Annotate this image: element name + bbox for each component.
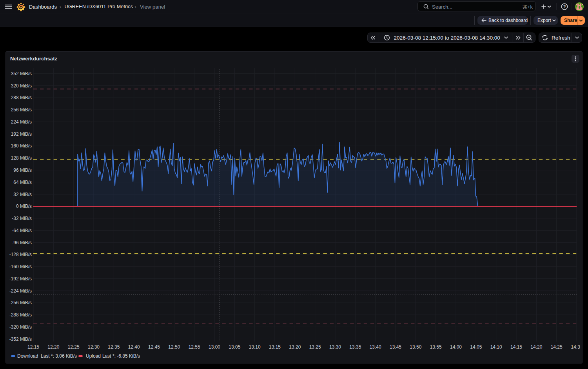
- svg-text:?: ?: [563, 4, 566, 9]
